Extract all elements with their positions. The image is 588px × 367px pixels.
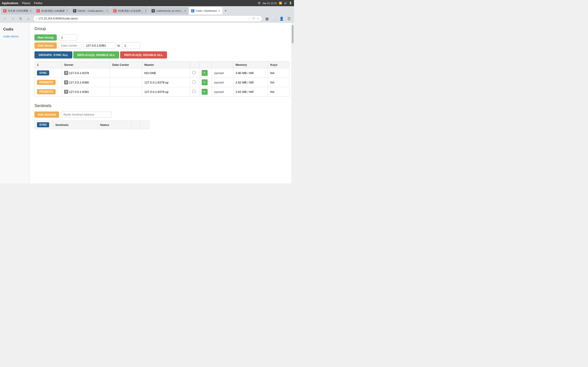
col-server: Server [62,61,110,68]
tab-close-1[interactable]: × [66,9,68,13]
groups-sync-all-button[interactable]: GROUPS: SYNC ALL [35,51,72,58]
table-row: PROMOTE S 127.0.0.1:6381 127.0.0.1:6379:… [35,87,289,97]
row1-server: S 127.0.0.1:6380 [62,78,110,87]
home-button[interactable]: ⌂ [25,15,32,22]
places-menu[interactable]: Places [22,2,30,5]
sidebar-item-codis-demo[interactable]: codis-demo [0,33,30,40]
add-server-button[interactable]: Add Server [35,42,57,49]
tab-favicon-1: C [36,9,40,12]
promote-button-1[interactable]: PROMOTE [37,80,56,85]
row1-checkbox[interactable] [190,78,199,87]
tab-bar: C 写文章-CSDN博客 × C (61条消息) codis集群 × G Git… [0,6,294,15]
group-table-header: 1 Server Data Center Master Memory Keys [35,61,289,68]
checkbox-1[interactable] [192,81,195,83]
sync-icon[interactable]: ⬜ [271,15,277,22]
sentinel-table-header: SYNC Sentinels Status [35,121,149,129]
replica-disable-all-button[interactable]: REPLICA(S): DISABLE ALL [120,51,167,58]
s-badge-0: S [64,71,68,75]
sentinel-address-input[interactable] [61,111,111,118]
topbar-right: 英 Jan 21 12:21 📶 🔊 🔋 [258,1,292,5]
sentinel-extra1 [131,121,140,129]
row2-server: S 127.0.0.1:6381 [62,87,110,97]
row2-checkbox[interactable] [190,87,199,97]
row2-status: synced [212,87,233,97]
row2-master: 127.0.0.1:6379:up [142,87,190,97]
new-group-button[interactable]: New Group [35,34,57,41]
checkbox-0[interactable] [192,71,195,74]
hamburger-icon[interactable]: ☰ [286,15,292,22]
row1-edit: ✎ [199,78,212,87]
bookmark-icon[interactable]: ☆ [257,17,259,20]
tab-5[interactable]: C Codis • Dashboard × [189,7,222,15]
sentinel-sync-col: SYNC [35,121,53,129]
library-icon[interactable]: ▦ [264,15,270,22]
tab-favicon-4: G [152,9,155,12]
tab-close-0[interactable]: × [30,9,32,13]
tab-favicon-5: C [191,9,194,12]
row1-datacenter [110,78,142,87]
col-datacenter: Data Center [110,61,142,68]
sidebar-brand: Codis [0,25,30,33]
row1-master: 127.0.0.1:6379:up [142,78,190,87]
browser-content: Codis codis-demo Group New Group Add Ser… [0,23,294,184]
url-bar[interactable]: ℹ 172.25.254.9:9090/#codis-demo ··· 🛡 ☆ [33,15,262,22]
server-address-input[interactable] [83,42,115,49]
s-badge-2: S [64,90,68,94]
more-icon[interactable]: ··· [248,17,250,20]
sync-button-0[interactable]: SYNC [37,70,49,75]
volume-icon: 🔊 [284,2,287,5]
data-center-input[interactable] [59,42,82,49]
group-controls: New Group Add Server to [35,34,289,49]
edit-button-2[interactable]: ✎ [202,89,208,95]
tab-label-0: 写文章-CSDN博客 [8,9,28,13]
new-tab-button[interactable]: + [223,7,229,15]
tab-close-5[interactable]: × [218,9,220,13]
group-id-input[interactable] [122,42,140,49]
firefox-menu[interactable]: Firefox [34,2,43,5]
tab-close-2[interactable]: × [106,9,108,13]
back-button[interactable]: ← [2,15,8,22]
new-group-row: New Group [35,34,289,41]
col-memory: Memory [233,61,268,68]
browser-menu-icons: ▦ ⬜ 👤 ☰ [264,15,292,22]
replica-enable-all-button[interactable]: REPLICA(S): ENABLE ALL [73,51,119,58]
row0-memory: 3.90 MB / INF. [233,68,268,78]
sentinel-sync-button[interactable]: SYNC [37,122,49,127]
checkbox-2[interactable] [192,90,195,93]
group-title: Group [35,26,289,31]
account-icon[interactable]: 👤 [278,15,285,22]
tab-close-4[interactable]: × [184,9,186,13]
scrollbar-thumb[interactable] [292,25,294,43]
sentinel-sentinels-col: Sentinels [53,121,98,129]
tab-0[interactable]: C 写文章-CSDN博客 × [1,7,34,15]
reload-button[interactable]: ↻ [17,15,24,22]
server-address-2: 127.0.0.1:6381 [69,90,89,94]
edit-button-0[interactable]: ✎ [202,70,208,76]
row0-checkbox[interactable] [190,68,199,78]
tab-2[interactable]: G GitHub - CodisLabs/co... × [71,7,111,15]
tab-4[interactable]: G codis/tutorial_zh.md a... × [149,7,188,15]
row0-master: NO:ONE [142,68,190,78]
row1-action: PROMOTE [35,78,62,87]
tab-close-3[interactable]: × [145,9,147,13]
lang-indicator: 英 [258,1,260,5]
url-text: 172.25.254.9:9090/#codis-demo [38,17,247,20]
sentinels-title: Sentinels [35,103,289,108]
tab-3[interactable]: C (62条消息) 企业运维-... × [111,7,149,15]
address-bar: ← → ↻ ⌂ ℹ 172.25.254.9:9090/#codis-demo … [0,15,294,23]
group-table: 1 Server Data Center Master Memory Keys [35,61,289,97]
new-group-input[interactable] [59,34,77,41]
scrollbar[interactable] [291,23,294,184]
promote-button-2[interactable]: PROMOTE [37,89,56,94]
sentinels-section: Sentinels Add Sentinel SYNC Sentinels [35,103,289,129]
add-sentinel-button[interactable]: Add Sentinel [35,111,59,118]
tab-favicon-3: C [113,9,116,12]
tab-1[interactable]: C (61条消息) codis集群 × [34,7,70,15]
app-menu[interactable]: Applications [2,2,18,5]
forward-button[interactable]: → [10,15,16,22]
row1-keys: NA [268,78,289,87]
edit-button-1[interactable]: ✎ [202,79,208,85]
tab-label-2: GitHub - CodisLabs/co... [78,9,105,12]
shield-icon[interactable]: 🛡 [252,17,255,20]
to-label: to [117,44,120,47]
